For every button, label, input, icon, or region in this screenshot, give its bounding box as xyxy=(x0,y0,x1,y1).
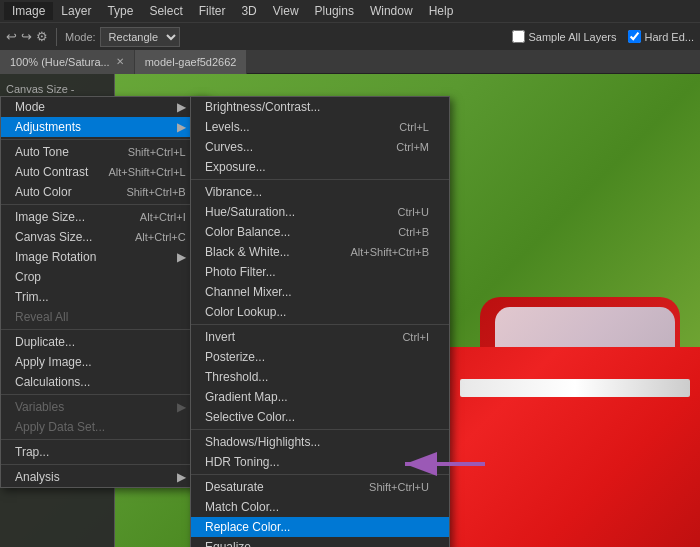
tab-close-1[interactable]: ✕ xyxy=(116,56,124,67)
tab-model[interactable]: model-gaef5d2662 xyxy=(135,50,248,74)
adj-exposure[interactable]: Exposure... xyxy=(191,157,449,177)
submenu-arrow: ▶ xyxy=(177,100,186,114)
sep-3 xyxy=(1,329,206,330)
tab-label-1: 100% (Hue/Satura... xyxy=(10,56,110,68)
adj-invert[interactable]: Invert Ctrl+I xyxy=(191,327,449,347)
menu-item-reveal-all: Reveal All xyxy=(1,307,206,327)
submenu-arrow-adjustments: ▶ xyxy=(177,120,186,134)
adj-levels[interactable]: Levels... Ctrl+L xyxy=(191,117,449,137)
adj-posterize[interactable]: Posterize... xyxy=(191,347,449,367)
adj-replace-color[interactable]: Replace Color... xyxy=(191,517,449,537)
mode-label: Mode: xyxy=(65,31,96,43)
menu-item-image-size[interactable]: Image Size... Alt+Ctrl+I xyxy=(1,207,206,227)
menu-item-auto-color[interactable]: Auto Color Shift+Ctrl+B xyxy=(1,182,206,202)
adj-sep-2 xyxy=(191,324,449,325)
menu-item-auto-tone[interactable]: Auto Tone Shift+Ctrl+L xyxy=(1,142,206,162)
hard-edge-label: Hard Ed... xyxy=(628,30,694,43)
menu-select[interactable]: Select xyxy=(141,2,190,20)
menu-item-canvas-size[interactable]: Canvas Size... Alt+Ctrl+C xyxy=(1,227,206,247)
menu-item-variables: Variables ▶ xyxy=(1,397,206,417)
adj-equalize[interactable]: Equalize xyxy=(191,537,449,547)
adj-color-balance[interactable]: Color Balance... Ctrl+B xyxy=(191,222,449,242)
adj-gradient-map[interactable]: Gradient Map... xyxy=(191,387,449,407)
sep-1 xyxy=(1,139,206,140)
adj-curves[interactable]: Curves... Ctrl+M xyxy=(191,137,449,157)
menu-item-mode[interactable]: Mode ▶ xyxy=(1,97,206,117)
canvas-area: Canvas Size - Image Rotation Mode ▶ xyxy=(0,74,700,547)
adj-hue-saturation[interactable]: Hue/Saturation... Ctrl+U xyxy=(191,202,449,222)
toolbar-separator xyxy=(56,28,57,46)
adj-brightness-contrast[interactable]: Brightness/Contrast... xyxy=(191,97,449,117)
mode-select[interactable]: Rectangle xyxy=(100,27,180,47)
menu-help[interactable]: Help xyxy=(421,2,462,20)
car-chrome xyxy=(460,379,690,397)
adj-channel-mixer[interactable]: Channel Mixer... xyxy=(191,282,449,302)
toolbar: ↩ ↪ ⚙ Mode: Rectangle Sample All Layers … xyxy=(0,22,700,50)
submenu-arrow-analysis: ▶ xyxy=(177,470,186,484)
image-menu: Mode ▶ Adjustments ▶ Auto Tone Shift+Ctr… xyxy=(0,96,207,488)
adj-photo-filter[interactable]: Photo Filter... xyxy=(191,262,449,282)
sep-4 xyxy=(1,394,206,395)
purple-arrow xyxy=(395,444,495,487)
menu-item-trap[interactable]: Trap... xyxy=(1,442,206,462)
adj-vibrance[interactable]: Vibrance... xyxy=(191,182,449,202)
adj-match-color[interactable]: Match Color... xyxy=(191,497,449,517)
menu-item-duplicate[interactable]: Duplicate... xyxy=(1,332,206,352)
sep-2 xyxy=(1,204,206,205)
redo-icon[interactable]: ↪ xyxy=(21,29,32,44)
tab-label-2: model-gaef5d2662 xyxy=(145,56,237,68)
menu-item-apply-image[interactable]: Apply Image... xyxy=(1,352,206,372)
adj-selective-color[interactable]: Selective Color... xyxy=(191,407,449,427)
sample-all-layers-checkbox[interactable] xyxy=(512,30,525,43)
sep-5 xyxy=(1,439,206,440)
submenu-arrow-rotation: ▶ xyxy=(177,250,186,264)
sep-6 xyxy=(1,464,206,465)
menu-plugins[interactable]: Plugins xyxy=(307,2,362,20)
menu-item-adjustments[interactable]: Adjustments ▶ xyxy=(1,117,206,137)
adj-sep-3 xyxy=(191,429,449,430)
adj-black-white[interactable]: Black & White... Alt+Shift+Ctrl+B xyxy=(191,242,449,262)
menu-view[interactable]: View xyxy=(265,2,307,20)
menu-filter[interactable]: Filter xyxy=(191,2,234,20)
tab-hue-saturation[interactable]: 100% (Hue/Satura... ✕ xyxy=(0,50,135,74)
menu-window[interactable]: Window xyxy=(362,2,421,20)
menu-item-apply-data-set: Apply Data Set... xyxy=(1,417,206,437)
adj-threshold[interactable]: Threshold... xyxy=(191,367,449,387)
menu-item-trim[interactable]: Trim... xyxy=(1,287,206,307)
menu-item-auto-contrast[interactable]: Auto Contrast Alt+Shift+Ctrl+L xyxy=(1,162,206,182)
menu-item-crop[interactable]: Crop xyxy=(1,267,206,287)
sample-all-layers-label: Sample All Layers xyxy=(512,30,616,43)
menu-item-analysis[interactable]: Analysis ▶ xyxy=(1,467,206,487)
settings-icon[interactable]: ⚙ xyxy=(36,29,48,44)
adj-color-lookup[interactable]: Color Lookup... xyxy=(191,302,449,322)
submenu-arrow-variables: ▶ xyxy=(177,400,186,414)
menu-3d[interactable]: 3D xyxy=(233,2,264,20)
menu-item-image-rotation[interactable]: Image Rotation ▶ xyxy=(1,247,206,267)
menu-type[interactable]: Type xyxy=(99,2,141,20)
menu-bar: Image Layer Type Select Filter 3D View P… xyxy=(0,0,700,22)
adj-sep-1 xyxy=(191,179,449,180)
hard-edge-checkbox[interactable] xyxy=(628,30,641,43)
menu-layer[interactable]: Layer xyxy=(53,2,99,20)
tabs-row: 100% (Hue/Satura... ✕ model-gaef5d2662 xyxy=(0,50,700,74)
menu-item-calculations[interactable]: Calculations... xyxy=(1,372,206,392)
menu-image[interactable]: Image xyxy=(4,2,53,20)
undo-icon[interactable]: ↩ xyxy=(6,29,17,44)
